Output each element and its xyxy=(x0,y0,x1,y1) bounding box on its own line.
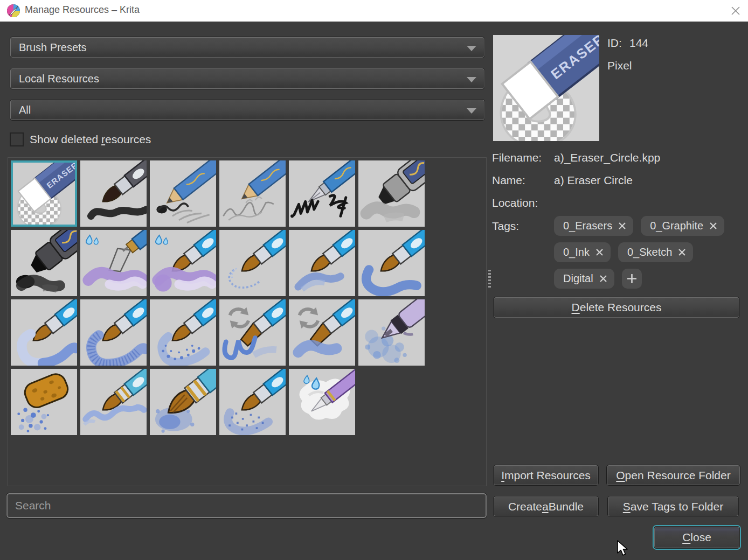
tag-chip[interactable]: Digital xyxy=(554,269,614,289)
remove-tag-icon[interactable] xyxy=(709,222,717,230)
storage-value: Local Resources xyxy=(19,73,99,85)
show-deleted-label: Show deleted resources xyxy=(30,133,151,146)
thumb-ink-pen[interactable] xyxy=(289,160,355,227)
titlebar: Manage Resources – Krita xyxy=(0,0,748,22)
thumb-watercolor-grain[interactable] xyxy=(80,299,147,366)
krita-logo-icon xyxy=(6,4,20,18)
open-resource-folder-button[interactable]: Open Resource Folder xyxy=(606,465,740,486)
thumb-sketch-pencil[interactable] xyxy=(219,160,286,227)
splitter-handle[interactable] xyxy=(488,270,491,288)
tags-label: Tags: xyxy=(492,220,519,233)
import-resources-button[interactable]: Import Resources xyxy=(493,465,599,486)
tags-list: 0_Erasers0_Graphite0_Ink0_SketchDigital xyxy=(554,216,742,289)
remove-tag-icon[interactable] xyxy=(618,222,626,230)
location-label: Location: xyxy=(492,197,538,209)
id-label: ID: xyxy=(607,37,622,50)
create-bundle-button[interactable]: Create a Bundle xyxy=(493,496,599,517)
remove-tag-icon[interactable] xyxy=(595,248,604,256)
id-value: 144 xyxy=(629,37,648,50)
show-deleted-checkbox[interactable] xyxy=(10,132,24,146)
tag-label: 0_Erasers xyxy=(563,220,612,232)
storage-dropdown[interactable]: Local Resources xyxy=(10,68,485,89)
remove-tag-icon[interactable] xyxy=(678,248,686,256)
save-tags-to-folder-button[interactable]: Save Tags to Folder xyxy=(607,496,739,517)
thumb-ink-brush[interactable] xyxy=(80,160,147,227)
chevron-down-icon xyxy=(467,46,476,51)
tag-label: 0_Graphite xyxy=(650,220,703,232)
thumb-dry-thin-brush[interactable] xyxy=(219,230,286,296)
chevron-down-icon xyxy=(467,77,476,82)
tag-chip[interactable]: 0_Sketch xyxy=(618,242,693,262)
thumb-wet-round-brush[interactable] xyxy=(150,230,216,296)
resource-type-text: Pixel xyxy=(607,59,632,72)
plus-icon xyxy=(627,274,637,284)
thumb-marker-black[interactable] xyxy=(11,230,77,296)
tag-filter-value: All xyxy=(19,104,31,116)
window-title: Manage Resources – Krita xyxy=(25,4,140,16)
thumb-blender-flat-brush[interactable] xyxy=(289,299,355,366)
close-button[interactable]: Close xyxy=(654,526,740,549)
thumb-soft-blue-brush[interactable] xyxy=(289,230,355,296)
chevron-down-icon xyxy=(467,108,476,114)
resource-type-value: Brush Presets xyxy=(19,41,87,54)
thumb-smudge-flat-brush[interactable] xyxy=(219,299,286,366)
thumb-watercolor-mop[interactable] xyxy=(150,369,216,435)
thumb-sponge-spray[interactable] xyxy=(11,369,77,435)
thumb-airbrush-splatter[interactable] xyxy=(358,299,425,366)
thumb-graphite-pencil[interactable] xyxy=(150,160,216,227)
name-label: Name: xyxy=(492,174,525,187)
thumb-eraser-circle[interactable]: ERASER xyxy=(11,160,77,227)
resource-type-dropdown[interactable]: Brush Presets xyxy=(10,37,485,58)
delete-resources-button[interactable]: Delete Resources xyxy=(493,297,740,318)
tag-chip[interactable]: 0_Erasers xyxy=(554,216,633,236)
tag-chip[interactable]: 0_Graphite xyxy=(641,216,724,236)
tag-chip[interactable]: 0_Ink xyxy=(554,242,611,262)
resource-preview-image: ERASER xyxy=(493,35,599,141)
thumb-watercolor-round[interactable] xyxy=(11,299,77,366)
thumb-wet-wash-brush[interactable] xyxy=(289,369,355,435)
tag-filter-dropdown[interactable]: All xyxy=(10,99,485,121)
filename-label: Filename: xyxy=(492,151,542,164)
remove-tag-icon[interactable] xyxy=(599,275,607,283)
tag-label: 0_Sketch xyxy=(627,246,672,258)
tag-label: 0_Ink xyxy=(563,246,590,258)
thumb-marker-soft[interactable] xyxy=(358,160,425,227)
mouse-cursor xyxy=(616,540,630,557)
thumb-wet-knife[interactable] xyxy=(80,230,147,296)
thumb-curve-blue-brush[interactable] xyxy=(358,230,425,296)
search-input[interactable] xyxy=(6,493,487,518)
add-tag-button[interactable] xyxy=(622,269,642,289)
thumb-watercolor-speckle[interactable] xyxy=(150,299,216,366)
thumb-watercolor-wave[interactable] xyxy=(80,369,147,435)
tag-label: Digital xyxy=(563,272,593,285)
resource-grid: ERASER xyxy=(8,157,487,486)
filename-value: a)_Eraser_Circle.kpp xyxy=(554,151,660,164)
thumb-watercolor-texture[interactable] xyxy=(219,369,286,435)
name-value: a) Eraser Circle xyxy=(554,174,633,187)
window-close-button[interactable] xyxy=(729,4,743,18)
manage-resources-dialog: Manage Resources – Krita Brush Presets L… xyxy=(0,0,748,560)
